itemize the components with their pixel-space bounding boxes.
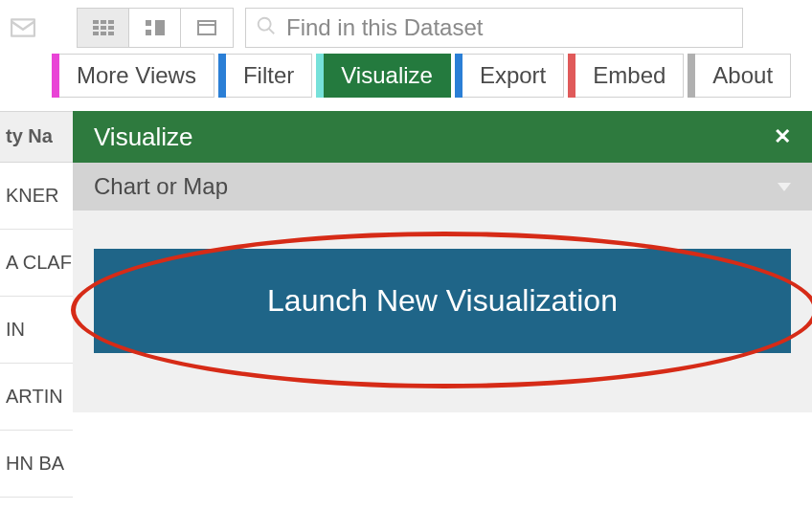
svg-rect-4 (101, 26, 106, 30)
mail-icon[interactable] (10, 17, 36, 38)
table-row[interactable]: ARTIN (0, 364, 73, 431)
panel-body: Launch New Visualization (73, 211, 812, 412)
svg-rect-1 (101, 20, 106, 24)
view-split-icon[interactable] (129, 9, 181, 47)
table-row[interactable]: HN BA (0, 431, 73, 498)
view-grid-icon[interactable] (78, 9, 129, 47)
tab-stripe (455, 54, 462, 98)
tab-embed[interactable]: Embed (568, 54, 684, 98)
svg-rect-3 (93, 26, 99, 30)
table-row[interactable]: IN (0, 297, 73, 364)
svg-rect-10 (146, 30, 151, 35)
data-table-fragment: ty Na KNER A CLAF IN ARTIN HN BA (0, 111, 73, 498)
toolbar (0, 0, 812, 54)
svg-rect-11 (155, 20, 165, 35)
svg-rect-0 (93, 20, 99, 24)
panel-section-label: Chart or Map (94, 173, 228, 200)
table-row[interactable]: A CLAF (0, 230, 73, 297)
tab-label: Export (462, 54, 564, 98)
tab-filter[interactable]: Filter (218, 54, 312, 98)
view-single-icon[interactable] (181, 9, 233, 47)
table-row[interactable]: KNER (0, 163, 73, 230)
svg-rect-7 (101, 32, 106, 35)
tab-label: Filter (226, 54, 312, 98)
svg-rect-5 (108, 26, 114, 30)
view-switcher (77, 8, 234, 48)
chevron-down-icon (778, 183, 791, 191)
panel-header: Visualize ✕ (73, 111, 812, 163)
tab-label: More Views (59, 54, 214, 98)
panel-section-toggle[interactable]: Chart or Map (73, 163, 812, 211)
launch-visualization-button[interactable]: Launch New Visualization (94, 249, 791, 353)
visualize-panel: Visualize ✕ Chart or Map Launch New Visu… (73, 111, 812, 498)
tab-more-views[interactable]: More Views (52, 54, 214, 98)
search-box[interactable] (245, 8, 743, 48)
tab-label: Visualize (324, 54, 451, 98)
tab-about[interactable]: About (688, 54, 791, 98)
tab-label: Embed (575, 54, 684, 98)
tab-export[interactable]: Export (455, 54, 564, 98)
tab-visualize[interactable]: Visualize (316, 54, 451, 98)
search-icon (256, 15, 277, 40)
tab-stripe (316, 54, 324, 98)
tab-stripe (688, 54, 695, 98)
panel-title: Visualize (94, 122, 193, 152)
tab-bar: More Views Filter Visualize Export Embed… (0, 54, 812, 98)
search-input[interactable] (286, 14, 733, 41)
close-icon[interactable]: ✕ (774, 124, 791, 149)
tab-stripe (52, 54, 59, 98)
tab-stripe (218, 54, 226, 98)
svg-rect-8 (108, 32, 114, 35)
tab-stripe (568, 54, 575, 98)
svg-rect-12 (198, 21, 215, 34)
tab-label: About (695, 54, 791, 98)
svg-rect-9 (146, 20, 151, 26)
svg-rect-6 (93, 32, 99, 35)
column-header[interactable]: ty Na (0, 111, 73, 163)
content-area: ty Na KNER A CLAF IN ARTIN HN BA Visuali… (0, 111, 812, 498)
svg-rect-2 (108, 20, 114, 24)
